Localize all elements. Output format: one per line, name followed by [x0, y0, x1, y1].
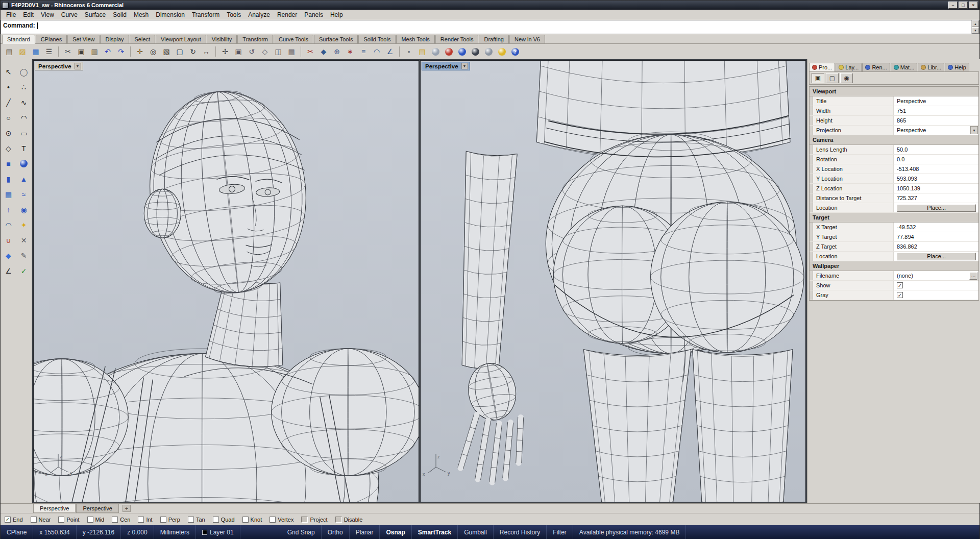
display-page-icon[interactable]: ▢ — [826, 73, 839, 83]
sphere-icon[interactable] — [17, 157, 31, 170]
cut-icon[interactable]: ✂ — [62, 45, 74, 58]
prop-value-filename[interactable]: (none) — [894, 271, 968, 280]
osnap-end-checkbox[interactable]: ✓ — [5, 517, 11, 523]
rectangle-icon[interactable]: ▭ — [17, 127, 31, 139]
sun-icon[interactable] — [496, 45, 508, 58]
osnap-label-quad[interactable]: Quad — [221, 517, 235, 523]
tab-drafting[interactable]: Drafting — [479, 35, 509, 43]
layer-pane[interactable]: Layer 01 — [196, 525, 240, 539]
menu-file[interactable]: File — [3, 10, 19, 19]
polygon-icon[interactable]: ◇ — [2, 142, 15, 155]
undo-icon[interactable]: ↶ — [102, 45, 114, 58]
section-camera[interactable]: Camera — [810, 135, 978, 145]
join-icon[interactable]: ⊕ — [331, 45, 343, 58]
section-wallpaper[interactable]: Wallpaper — [810, 261, 978, 271]
loft-icon[interactable]: ≈ — [17, 188, 31, 201]
help-icon[interactable]: ? — [509, 45, 521, 58]
osnap-label-mid[interactable]: Mid — [95, 517, 105, 523]
grid-snap-toggle[interactable]: Grid Snap — [281, 525, 322, 539]
osnap-label-cen[interactable]: Cen — [120, 517, 130, 523]
osnap-int-checkbox[interactable] — [138, 517, 144, 523]
prop-value-z-target[interactable]: 836.862 — [894, 242, 978, 251]
scroll-down-icon[interactable]: ▼ — [972, 27, 979, 34]
osnap-label-point[interactable]: Point — [66, 517, 79, 523]
place-button[interactable]: Place... — [897, 204, 976, 212]
redo-icon[interactable]: ↷ — [115, 45, 127, 58]
osnap-quad-checkbox[interactable] — [213, 517, 219, 523]
ellipse-icon[interactable]: ⊙ — [2, 127, 15, 139]
prop-value-projection[interactable]: Perspective▼ — [894, 126, 978, 135]
prop-value-distance-to-target[interactable]: 725.327 — [894, 193, 978, 203]
prop-value-height[interactable]: 865 — [894, 116, 978, 125]
panel-tab-layers[interactable]: Lay... — [836, 63, 862, 71]
move-icon[interactable]: ✢ — [219, 45, 231, 58]
measure-icon[interactable]: ∠ — [2, 264, 15, 277]
cylinder-icon[interactable]: ▮ — [2, 173, 15, 185]
offset-icon[interactable]: ≡ — [357, 45, 370, 58]
boolean-icon[interactable]: ◉ — [17, 203, 31, 216]
osnap-vertex-checkbox[interactable] — [270, 517, 276, 523]
print-icon[interactable]: ☰ — [43, 45, 55, 58]
section-viewport[interactable]: Viewport — [810, 87, 978, 96]
record-history-toggle[interactable]: Record History — [494, 525, 547, 539]
mirror-icon[interactable]: ◫ — [272, 45, 284, 58]
box-icon[interactable]: ■ — [2, 157, 15, 170]
osnap-tan-checkbox[interactable] — [188, 517, 194, 523]
menu-mesh[interactable]: Mesh — [130, 10, 152, 19]
osnap-mid-checkbox[interactable] — [87, 517, 93, 523]
prop-value-rotation[interactable]: 0.0 — [894, 155, 978, 164]
trim-icon[interactable]: ✂ — [304, 45, 316, 58]
menu-surface[interactable]: Surface — [81, 10, 109, 19]
render-gray-icon[interactable] — [482, 45, 495, 58]
scale-icon[interactable]: ◇ — [259, 45, 271, 58]
tab-set-view[interactable]: Set View — [67, 35, 100, 43]
magnet-icon[interactable]: ∪ — [2, 234, 15, 247]
paste-icon[interactable]: ▥ — [88, 45, 101, 58]
fillet-edge-icon[interactable]: ◠ — [2, 218, 15, 231]
gray-checkbox[interactable]: ✓ — [897, 292, 903, 298]
osnap-near-checkbox[interactable] — [31, 517, 37, 523]
select-cursor-icon[interactable]: ↖ — [2, 65, 15, 78]
copy-object-icon[interactable]: ▣ — [232, 45, 244, 58]
osnap-toggle[interactable]: Osnap — [380, 525, 411, 539]
osnap-label-tan[interactable]: Tan — [196, 517, 205, 523]
tab-surface-tools[interactable]: Surface Tools — [314, 35, 358, 43]
circle-icon[interactable]: ○ — [2, 111, 15, 124]
minimize-button[interactable]: − — [948, 2, 958, 9]
tab-visibility[interactable]: Visibility — [207, 35, 237, 43]
prop-value-x-location[interactable]: -513.408 — [894, 164, 978, 174]
prop-value-lens-length[interactable]: 50.0 — [894, 145, 978, 154]
zoom-extents-icon[interactable]: ▢ — [174, 45, 186, 58]
zoom-icon[interactable]: ◎ — [147, 45, 159, 58]
open-file-icon[interactable]: ▨ — [16, 45, 29, 58]
extrude-icon[interactable]: ↑ — [2, 203, 15, 216]
units-pane[interactable]: Millimeters — [154, 525, 196, 539]
prop-value-gray[interactable]: ✓ — [894, 290, 978, 300]
osnap-label-knot[interactable]: Knot — [251, 517, 262, 523]
osnap-label-disable[interactable]: Disable — [344, 517, 363, 523]
prop-value-show[interactable]: ✓ — [894, 281, 978, 290]
prop-value-location[interactable]: Place... — [894, 203, 978, 212]
prop-value-z-location[interactable]: 1050.139 — [894, 184, 978, 193]
menu-dimension[interactable]: Dimension — [152, 10, 188, 19]
explode-icon[interactable]: ∗ — [344, 45, 356, 58]
viewport-title-left[interactable]: Perspective ▼ — [35, 62, 83, 70]
text-icon[interactable]: T — [17, 142, 31, 155]
maximize-button[interactable]: □ — [959, 2, 968, 9]
point-cloud-icon[interactable]: ∴ — [17, 81, 31, 93]
tab-display[interactable]: Display — [100, 35, 129, 43]
menu-tools[interactable]: Tools — [223, 10, 244, 19]
render-preview-icon[interactable] — [456, 45, 468, 58]
osnap-point-checkbox[interactable] — [58, 517, 64, 523]
chevron-down-icon[interactable]: ▼ — [75, 63, 81, 69]
viewport-canvas-left[interactable]: zyx — [34, 61, 419, 502]
prop-value-y-target[interactable]: 77.894 — [894, 232, 978, 241]
pencil-icon[interactable]: ✎ — [17, 249, 31, 262]
menu-curve[interactable]: Curve — [58, 10, 81, 19]
smarttrack-toggle[interactable]: SmartTrack — [412, 525, 458, 539]
y-coordinate[interactable]: y -2126.116 — [77, 525, 121, 539]
viewport-right[interactable]: zyx Perspective ▼ — [420, 60, 806, 502]
section-target[interactable]: Target — [810, 213, 978, 223]
camera-page-icon[interactable]: ◉ — [840, 73, 853, 83]
rotate-icon[interactable]: ↺ — [246, 45, 258, 58]
